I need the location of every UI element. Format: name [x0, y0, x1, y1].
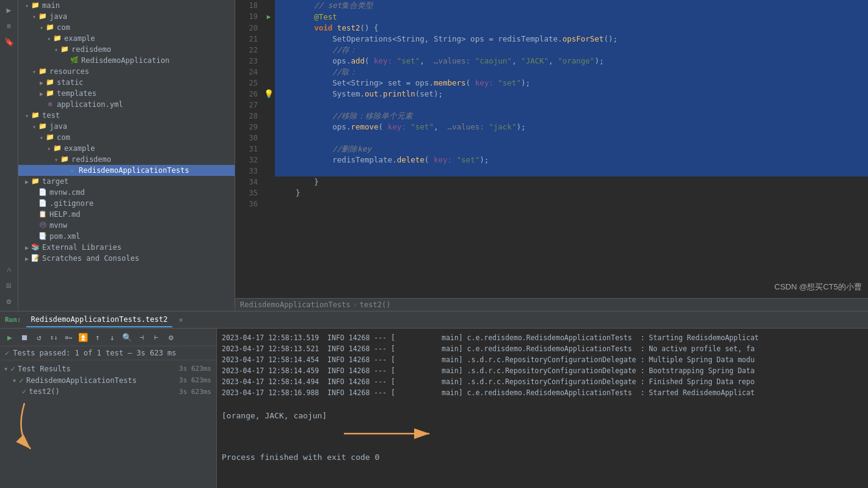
- tree-mvnw[interactable]: ⓜ mvnw: [18, 220, 235, 231]
- settings-icon[interactable]: ⚙: [2, 294, 16, 308]
- log-line-5: 2023-04-17 12:58:14.494 INFO 14268 --- […: [222, 376, 863, 387]
- tree-scratches[interactable]: ▶ 📝 Scratches and Consoles: [18, 253, 235, 264]
- code-line-29: 29 ops.remove( key: "set", …values: "jac…: [235, 122, 868, 133]
- run-side-icon[interactable]: ▶: [2, 2, 16, 17]
- expand-btn[interactable]: ⏫: [77, 331, 89, 343]
- mvnw-icon: ⓜ: [38, 220, 48, 230]
- code-line-24: 24 //取：: [235, 67, 868, 78]
- test-results-tree: ▾ ✓ Test Results 3s 623ms ▾ ✓ RedisdemoA…: [0, 360, 216, 488]
- search-btn[interactable]: 🔍: [121, 331, 133, 343]
- run-tab-bar: Run: RedisdemoApplicationTests.test2 ×: [0, 311, 868, 329]
- tree-redisdemo[interactable]: ▾ 📁 redisdemo: [18, 44, 235, 55]
- tree-resources[interactable]: ▾ 📁 resources: [18, 66, 235, 77]
- log-line-6: 2023-04-17 12:58:16.988 INFO 14268 --- […: [222, 387, 863, 398]
- yaml-icon: ⚙: [45, 100, 55, 109]
- tree-target[interactable]: ▶ 📁 target: [18, 176, 235, 187]
- tree-main[interactable]: ▾ 📁 main: [18, 0, 235, 11]
- tree-templates[interactable]: ▶ 📁 templates: [18, 88, 235, 99]
- structure-icon[interactable]: ⊞: [2, 18, 16, 33]
- tree-redisdemo-app[interactable]: 🌿 RedisdemoApplication: [18, 55, 235, 66]
- templates-label: templates: [57, 89, 97, 98]
- pass-check-icon: ✓: [5, 349, 9, 357]
- code-line-31: 31 //删除key: [235, 144, 868, 155]
- test-results-panel: ▶ ⏹ ↺ ↕↓ ≡↔ ⏫ ↑ ↓ 🔍 ⊣ ⊢ ⚙ ✓ Tests passed…: [0, 329, 217, 488]
- tree-test-java[interactable]: ▾ 📁 java: [18, 121, 235, 132]
- tree-pomxml[interactable]: 📑 pom.xml: [18, 231, 235, 242]
- code-line-35: 35 }: [235, 188, 868, 198]
- breadcrumb-file[interactable]: RedisdemoApplicationTests: [240, 300, 351, 309]
- test-result-method[interactable]: ✓ test2() 3s 623ms: [0, 386, 216, 397]
- run-label: Run:: [5, 316, 21, 324]
- result-line: [orange, JACK, caojun]: [222, 410, 863, 421]
- terminal-icon[interactable]: ⊡: [2, 278, 16, 293]
- folder-icon: 📁: [38, 122, 48, 131]
- test-result-root[interactable]: ▾ ✓ Test Results 3s 623ms: [0, 363, 216, 374]
- close-tab-btn[interactable]: ×: [178, 316, 183, 324]
- tree-test-example[interactable]: ▾ 📁 example: [18, 143, 235, 154]
- tree-gitignore[interactable]: 📄 .gitignore: [18, 198, 235, 209]
- git-icon[interactable]: ⑃: [2, 262, 16, 277]
- rerun-test-btn[interactable]: ↺: [33, 331, 45, 343]
- code-line-21: 21 SetOperations<String, String> ops = r…: [235, 34, 868, 45]
- tree-mvnwcmd[interactable]: 📄 mvnw.cmd: [18, 187, 235, 198]
- export-btn[interactable]: ⊢: [150, 331, 162, 343]
- run-tab-active[interactable]: RedisdemoApplicationTests.test2: [26, 313, 173, 327]
- folder-icon: 📁: [60, 45, 70, 54]
- breadcrumb-method[interactable]: test2(): [360, 300, 391, 309]
- java-test-icon: ☕: [67, 166, 77, 175]
- code-line-34: 34 }: [235, 177, 868, 188]
- tree-test-com[interactable]: ▾ 📁 com: [18, 132, 235, 143]
- code-content[interactable]: 18 // set集合类型 19 ▶ @Test 20: [235, 0, 868, 298]
- folder-icon: 📁: [38, 12, 48, 21]
- code-line-20: 20 void test2() {: [235, 23, 868, 34]
- stop-test-btn[interactable]: ⏹: [18, 331, 31, 343]
- tree-helpmd[interactable]: 📋 HELP.md: [18, 209, 235, 220]
- log-line-3: 2023-04-17 12:58:14.454 INFO 14268 --- […: [222, 354, 863, 365]
- run-panel: Run: RedisdemoApplicationTests.test2 × ▶…: [0, 311, 868, 488]
- arrow-svg: [12, 397, 86, 458]
- filter-btn[interactable]: ≡↔: [62, 331, 75, 343]
- bookmark-icon[interactable]: 🔖: [2, 34, 16, 49]
- file-tree: ▾ 📁 main ▾ 📁 java ▾ 📁 com ▾ 📁 example ▾: [18, 0, 235, 311]
- tree-com[interactable]: ▾ 📁 com: [18, 22, 235, 33]
- code-line-33: 33: [235, 166, 868, 177]
- folder-icon: 📁: [31, 1, 40, 10]
- tree-test-redisdemo[interactable]: ▾ 📁 redisdemo: [18, 154, 235, 165]
- code-line-30: 30: [235, 133, 868, 144]
- test-toolbar: ▶ ⏹ ↺ ↕↓ ≡↔ ⏫ ↑ ↓ 🔍 ⊣ ⊢ ⚙: [0, 329, 216, 346]
- tree-java[interactable]: ▾ 📁 java: [18, 11, 235, 22]
- code-line-19: 19 ▶ @Test: [235, 11, 868, 23]
- tree-application-yml[interactable]: ⚙ application.yml: [18, 99, 235, 110]
- code-line-26: 26 💡 System.out.println(set);: [235, 89, 868, 100]
- code-line-22: 22 //存：: [235, 45, 868, 56]
- log-line-1: 2023-04-17 12:58:13.519 INFO 14268 --- […: [222, 332, 863, 343]
- result-arrow-container: [222, 421, 863, 452]
- target-folder-icon: 📁: [31, 177, 40, 186]
- code-line-36: 36: [235, 198, 868, 209]
- up-btn[interactable]: ↑: [92, 331, 104, 343]
- code-line-28: 28 //移除：移除单个元素: [235, 111, 868, 122]
- run-test-btn[interactable]: ▶: [4, 331, 16, 343]
- import-btn[interactable]: ⊣: [136, 331, 148, 343]
- folder-icon: 📁: [31, 111, 40, 120]
- test-result-class[interactable]: ▾ ✓ RedisdemoApplicationTests 3s 623ms: [0, 374, 216, 386]
- config-btn[interactable]: ⚙: [165, 331, 177, 343]
- tree-example[interactable]: ▾ 📁 example: [18, 33, 235, 44]
- tree-test[interactable]: ▾ 📁 test: [18, 110, 235, 121]
- code-line-25: 25 Set<String> set = ops.members( key: "…: [235, 78, 868, 89]
- tree-static[interactable]: ▶ 📁 static: [18, 77, 235, 88]
- tree-tests-class[interactable]: ☕ RedisdemoApplicationTests: [18, 165, 235, 176]
- pass-text: Tests passed: 1 of 1 test – 3s 623 ms: [13, 349, 176, 357]
- folder-icon: 📁: [60, 155, 70, 164]
- log-line-2: 2023-04-17 12:58:13.521 INFO 14268 --- […: [222, 343, 863, 354]
- pass-message: ✓ Tests passed: 1 of 1 test – 3s 623 ms: [0, 346, 216, 360]
- code-line-23: 23 ops.add( key: "set", …values: "caojun…: [235, 56, 868, 67]
- folder-icon: 📁: [45, 89, 55, 98]
- tree-external-libs[interactable]: ▶ 📚 External Libraries: [18, 242, 235, 253]
- folder-icon: 📁: [45, 23, 55, 32]
- folder-icon: 📁: [45, 78, 55, 87]
- xml-icon: 📑: [38, 231, 48, 241]
- down-btn[interactable]: ↓: [106, 331, 119, 343]
- breadcrumb: RedisdemoApplicationTests › test2(): [235, 298, 868, 311]
- sort-btn[interactable]: ↕↓: [48, 331, 60, 343]
